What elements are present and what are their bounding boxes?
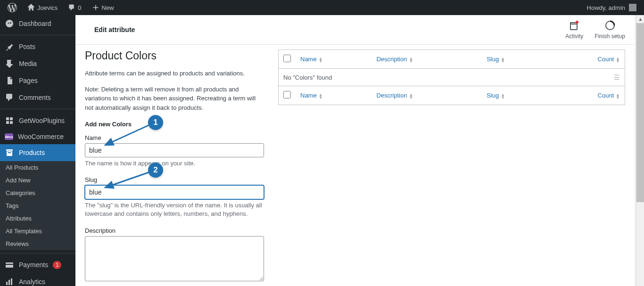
activity-icon	[569, 20, 580, 31]
page-icon	[5, 76, 14, 85]
sidebar-item-posts[interactable]: Posts	[0, 38, 75, 55]
avatar	[629, 4, 636, 11]
svg-point-10	[576, 21, 578, 24]
col-name[interactable]: Name▲▼	[296, 50, 372, 69]
name-input[interactable]	[85, 143, 264, 157]
svg-rect-8	[11, 278, 12, 285]
sidebar-item-analytics[interactable]: Analytics	[0, 273, 75, 286]
media-icon	[5, 59, 14, 68]
woo-icon: Woo	[5, 133, 13, 140]
sub-add-new[interactable]: Add New	[0, 174, 75, 187]
dashboard-icon	[5, 19, 14, 28]
col-count-foot[interactable]: Count▲▼	[548, 86, 625, 105]
col-slug-foot[interactable]: Slug▲▼	[482, 86, 548, 105]
sidebar-label: Payments	[19, 261, 48, 269]
comment-icon	[5, 93, 14, 102]
sub-tags[interactable]: Tags	[0, 199, 75, 212]
admin-bar-account[interactable]: Howdy, admin	[587, 4, 640, 11]
sidebar-label: Media	[19, 60, 37, 67]
terms-table: Name▲▼ Description▲▼ Slug▲▼ Count▲▼ No "…	[278, 49, 625, 105]
new-label: New	[102, 4, 114, 11]
sub-all-templates[interactable]: All Templates	[0, 225, 75, 237]
col-description-foot[interactable]: Description▲▼	[372, 86, 482, 105]
archive-icon	[5, 148, 14, 157]
sidebar-label: Dashboard	[19, 20, 51, 27]
site-link[interactable]: Joevics	[24, 0, 61, 15]
comment-icon	[68, 4, 75, 11]
chart-icon	[5, 277, 14, 286]
page-title: Product Colors	[85, 49, 264, 62]
slug-input[interactable]	[85, 185, 264, 199]
comments-count: 0	[78, 4, 81, 11]
slug-label: Slug	[85, 176, 264, 183]
col-count[interactable]: Count▲▼	[548, 50, 625, 69]
scroll-up-icon[interactable]: ▲	[636, 15, 644, 23]
scrollbar[interactable]: ▲	[636, 15, 644, 286]
progress-icon	[604, 20, 616, 31]
svg-rect-6	[6, 282, 8, 285]
callout-1: 1	[148, 115, 163, 130]
sub-all-products[interactable]: All Products	[0, 161, 75, 174]
empty-message: No "Colors" found	[279, 69, 548, 86]
sidebar-label: GetWooPlugins	[19, 117, 65, 124]
products-submenu: All Products Add New Categories Tags Att…	[0, 161, 75, 250]
sidebar-item-media[interactable]: Media	[0, 55, 75, 72]
select-all-bottom[interactable]	[283, 91, 291, 98]
edit-attribute-title: Edit attribute	[85, 26, 135, 33]
col-description[interactable]: Description▲▼	[372, 50, 482, 69]
wordpress-logo[interactable]	[4, 0, 21, 15]
grid-icon	[5, 116, 14, 125]
plus-icon	[92, 4, 99, 11]
svg-rect-7	[8, 280, 10, 285]
slug-help: The "slug" is the URL-friendly version o…	[85, 201, 264, 218]
add-new-title: Add new Colors	[85, 121, 264, 128]
pin-icon	[5, 42, 14, 51]
admin-bar: Joevics 0 New Howdy, admin	[0, 0, 644, 15]
sidebar-label: Analytics	[19, 278, 45, 286]
sidebar-label: Posts	[19, 43, 35, 50]
sidebar-item-dashboard[interactable]: Dashboard	[0, 15, 75, 32]
subtitle-text: Attribute terms can be assigned to produ…	[85, 69, 264, 78]
finish-setup-button[interactable]: Finish setup	[594, 20, 625, 40]
sidebar-item-payments[interactable]: Payments 1	[0, 256, 75, 273]
sub-categories[interactable]: Categories	[0, 187, 75, 199]
activity-button[interactable]: Activity	[565, 20, 583, 40]
svg-rect-5	[6, 264, 13, 265]
comments-link[interactable]: 0	[64, 0, 85, 15]
sidebar-label: Comments	[19, 94, 51, 101]
payments-badge: 1	[53, 261, 61, 269]
sidebar-item-products[interactable]: Products	[0, 144, 75, 161]
page-header: Edit attribute Activity Finish setup	[75, 15, 635, 45]
sidebar-item-woocommerce[interactable]: Woo WooCommerce	[0, 129, 75, 144]
col-slug[interactable]: Slug▲▼	[482, 50, 548, 69]
svg-rect-0	[6, 117, 9, 120]
sidebar-label: WooCommerce	[18, 133, 64, 140]
col-name-foot[interactable]: Name▲▼	[296, 86, 372, 105]
howdy-text: Howdy, admin	[587, 4, 625, 11]
home-icon	[27, 4, 35, 11]
svg-rect-4	[6, 262, 13, 268]
description-label: Description	[85, 227, 264, 234]
sidebar-item-pages[interactable]: Pages	[0, 72, 75, 89]
sidebar-label: Products	[19, 149, 45, 156]
sidebar-item-comments[interactable]: Comments	[0, 89, 75, 106]
hamburger-icon[interactable]: ☰	[614, 74, 620, 81]
description-textarea[interactable]	[85, 236, 264, 281]
sub-attributes[interactable]: Attributes	[0, 212, 75, 225]
sub-reviews[interactable]: Reviews	[0, 237, 75, 250]
sidebar-label: Pages	[19, 77, 38, 84]
name-help: The name is how it appears on your site.	[85, 159, 264, 168]
svg-rect-2	[6, 121, 9, 124]
scroll-thumb[interactable]	[636, 23, 644, 202]
admin-sidebar: Dashboard Posts Media Pages Comments Get…	[0, 15, 75, 286]
card-icon	[5, 260, 14, 270]
select-all-top[interactable]	[283, 55, 291, 62]
sidebar-item-getwooplugins[interactable]: GetWooPlugins	[0, 112, 75, 129]
name-label: Name	[85, 134, 264, 141]
new-link[interactable]: New	[88, 0, 118, 15]
note-text: Note: Deleting a term will remove it fro…	[85, 85, 264, 113]
svg-rect-3	[10, 121, 13, 124]
main-content: Edit attribute Activity Finish setup Pro…	[75, 15, 635, 286]
svg-rect-1	[10, 117, 13, 120]
callout-2: 2	[148, 163, 163, 178]
